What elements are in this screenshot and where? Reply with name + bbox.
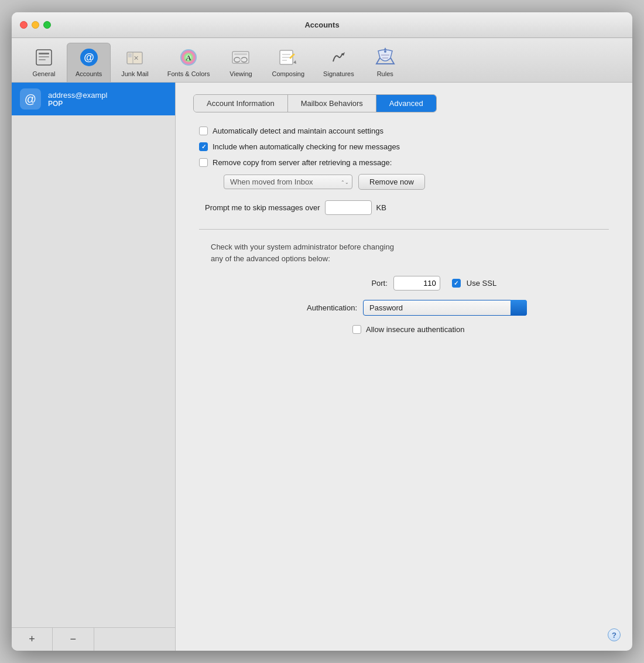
close-button[interactable] (20, 21, 28, 29)
tab-bar: Account Information Mailbox Behaviors Ad… (193, 94, 437, 112)
toolbar-item-rules[interactable]: Rules (365, 43, 406, 82)
account-icon: @ (20, 88, 41, 110)
fonts-colors-icon: A (178, 47, 199, 68)
remove-copy-checkbox[interactable] (199, 158, 208, 167)
viewing-label: Viewing (229, 70, 252, 77)
tab-advanced[interactable]: Advanced (376, 95, 436, 112)
section-divider (199, 229, 609, 230)
maximize-button[interactable] (43, 21, 51, 29)
include-checking-label: Include when automatically checking for … (213, 142, 400, 151)
traffic-lights (20, 21, 51, 29)
tab-mailbox-behaviors[interactable]: Mailbox Behaviors (288, 95, 376, 112)
remove-now-button[interactable]: Remove now (358, 174, 425, 190)
svg-rect-9 (128, 53, 132, 57)
accounts-icon: @ (78, 47, 100, 68)
toolbar-item-composing[interactable]: Composing (263, 43, 313, 82)
setting-remove-copy: Remove copy from server after retrieving… (199, 158, 609, 167)
svg-text:@: @ (84, 52, 94, 63)
content-panel: Account Information Mailbox Behaviors Ad… (176, 83, 632, 651)
general-label: General (32, 70, 55, 77)
setting-include-checking: Include when automatically checking for … (199, 142, 609, 151)
auto-detect-checkbox[interactable] (199, 127, 208, 135)
svg-text:A: A (186, 53, 191, 62)
composing-icon (278, 47, 299, 68)
svg-point-26 (384, 50, 386, 53)
minimize-button[interactable] (32, 21, 39, 29)
svg-text:✕: ✕ (133, 54, 139, 61)
toolbar-item-fonts-colors[interactable]: A Fonts & Colors (159, 43, 218, 82)
rules-label: Rules (377, 70, 393, 77)
sidebar-list: @ address@exampl POP (12, 83, 175, 627)
general-icon (33, 47, 54, 68)
main-window: Accounts General @ Accou (12, 12, 632, 651)
signatures-icon (328, 47, 349, 68)
svg-rect-1 (39, 53, 49, 54)
signatures-label: Signatures (323, 70, 354, 77)
toolbar-item-junk-mail[interactable]: ✕ Junk Mail (113, 43, 156, 82)
account-type: POP (48, 100, 107, 108)
titlebar: Accounts (12, 12, 632, 38)
fonts-colors-label: Fonts & Colors (167, 70, 210, 77)
prompt-input[interactable] (325, 200, 372, 215)
remove-account-button[interactable]: − (53, 628, 94, 651)
advanced-settings: Automatically detect and maintain accoun… (193, 127, 615, 334)
insecure-auth-label: Allow insecure authentication (366, 325, 464, 334)
toolbar-item-general[interactable]: General (23, 43, 64, 82)
svg-rect-13 (234, 53, 247, 55)
sidebar-footer: + − (12, 627, 175, 651)
auth-label: Authentication: (281, 303, 357, 312)
viewing-icon (230, 47, 251, 68)
ssl-checkbox[interactable] (452, 279, 461, 288)
junk-mail-label: Junk Mail (121, 70, 148, 77)
sidebar: @ address@exampl POP + − (12, 83, 176, 651)
sidebar-spacer (94, 628, 176, 651)
remove-timing-row: When moved from Inbox Right away After o… (224, 174, 609, 190)
auth-select-wrapper: Password MD5 Challenge-Response NTLM Ker… (363, 300, 527, 316)
sidebar-account-item[interactable]: @ address@exampl POP (12, 83, 175, 115)
junk-mail-icon: ✕ (124, 47, 145, 68)
insecure-auth-checkbox[interactable] (352, 325, 361, 334)
port-row: Port: Use SSL (199, 276, 609, 291)
toolbar: General @ Accounts ✕ Junk Mail (12, 38, 632, 83)
composing-label: Composing (272, 70, 304, 77)
add-account-button[interactable]: + (12, 628, 53, 651)
prompt-skip-row: Prompt me to skip messages over KB (205, 200, 609, 215)
remove-timing-dropdown-wrapper: When moved from Inbox Right away After o… (224, 175, 352, 189)
svg-rect-3 (39, 59, 46, 60)
setting-auto-detect: Automatically detect and maintain accoun… (199, 127, 609, 135)
include-checking-checkbox[interactable] (199, 142, 208, 151)
auto-detect-label: Automatically detect and maintain accoun… (213, 127, 383, 135)
toolbar-item-signatures[interactable]: Signatures (315, 43, 362, 82)
port-label: Port: (311, 279, 388, 288)
help-button[interactable]: ? (608, 628, 621, 641)
svg-rect-16 (239, 59, 242, 61)
svg-rect-2 (39, 56, 49, 57)
admin-note: Check with your system administrator bef… (211, 241, 609, 264)
account-email: address@exampl (48, 91, 107, 100)
auth-row: Authentication: Password MD5 Challenge-R… (199, 300, 609, 316)
window-title: Accounts (304, 20, 339, 29)
main-area: @ address@exampl POP + − Account Inform (12, 83, 632, 651)
insecure-auth-row: Allow insecure authentication (352, 325, 609, 334)
prompt-label: Prompt me to skip messages over (205, 203, 320, 212)
ssl-label: Use SSL (467, 279, 496, 288)
remove-timing-select[interactable]: When moved from Inbox Right away After o… (224, 175, 352, 189)
port-input[interactable] (393, 276, 440, 291)
toolbar-item-accounts[interactable]: @ Accounts (67, 43, 111, 82)
remove-copy-label: Remove copy from server after retrieving… (213, 158, 392, 167)
toolbar-item-viewing[interactable]: Viewing (220, 43, 261, 82)
tab-account-information[interactable]: Account Information (194, 95, 288, 112)
prompt-unit: KB (376, 203, 386, 212)
accounts-label: Accounts (76, 70, 102, 77)
auth-select[interactable]: Password MD5 Challenge-Response NTLM Ker… (363, 300, 527, 316)
rules-icon (375, 47, 396, 68)
svg-marker-22 (293, 60, 296, 64)
